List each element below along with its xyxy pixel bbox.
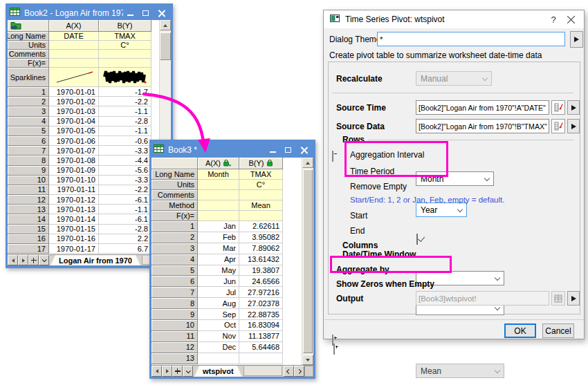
book3-longname-b[interactable]: TMAX [239,169,283,180]
cell-tmax[interactable]: 5.64468 [239,342,283,353]
cell-month[interactable] [198,353,239,364]
tab-first-icon[interactable] [8,255,18,265]
row-number[interactable]: 12 [8,195,49,205]
scroll-up-icon[interactable] [160,20,171,30]
source-time-input[interactable]: [Book2]"Logan Air from 1970"!A"DATE" [416,100,549,115]
sheet-tab-wtspivot[interactable]: wtspivot [194,366,242,377]
row-number[interactable]: 4 [8,117,49,126]
cell-date[interactable]: 1970-01-06 [49,136,99,146]
sheet-tab-logan[interactable]: Logan Air from 1970 [50,255,140,265]
help-icon[interactable]: ? [546,15,561,25]
cell-date[interactable]: 1970-01-15 [49,225,99,234]
cell-date[interactable]: 1970-01-11 [49,185,99,195]
cell-month[interactable]: Nov [198,331,239,342]
book3-fx-a[interactable] [198,211,239,221]
book3-row-fx-label[interactable]: F(x)= [151,211,198,221]
cell-date[interactable]: 1970-01-02 [49,97,99,106]
cell-tmax[interactable]: -6.1 [99,195,151,205]
minimize-icon[interactable] [127,15,134,16]
output-flyout-button[interactable] [567,291,580,306]
cell-tmax[interactable]: -2.2 [99,185,151,195]
row-number[interactable]: 7 [8,146,49,156]
cell-month[interactable]: Jan [198,221,239,232]
book3-row-units-label[interactable]: Units [151,180,198,190]
aggregate-by-select[interactable]: Mean [416,364,504,378]
row-number[interactable]: 3 [8,106,49,116]
book2-fx-b[interactable] [99,59,151,68]
cell-date[interactable]: 1970-01-16 [49,234,99,244]
book3-method-a[interactable] [198,200,239,211]
cell-date[interactable]: 1970-01-17 [49,244,99,254]
book2-fx-a[interactable] [49,59,99,68]
cell-tmax[interactable]: -4.4 [99,156,151,165]
cell-date[interactable]: 1970-01-04 [49,117,99,126]
cell-date[interactable]: 1970-01-09 [49,166,99,176]
cell-month[interactable]: Mar [198,243,239,254]
cancel-button[interactable]: Cancel [542,323,574,338]
cell-date[interactable]: 1970-01-10 [49,176,99,185]
book3-longname-a[interactable]: Month [198,169,239,180]
row-number[interactable]: 1 [8,87,49,97]
cell-month[interactable]: Feb [198,232,239,243]
book3-row-longname-label[interactable]: Long Name [151,169,198,180]
dialog-theme-input[interactable]: * [377,32,565,46]
cell-date[interactable]: 1970-01-12 [49,195,99,205]
book2-sparkline-date-cell[interactable] [49,68,99,87]
source-data-flyout-button[interactable] [567,119,580,133]
tab-next-icon[interactable] [162,366,172,377]
row-number[interactable]: 2 [8,97,49,106]
book3-units-a[interactable] [198,180,239,190]
output-browse-button[interactable] [551,291,565,306]
cell-tmax[interactable]: 11.13877 [239,331,283,342]
ok-button[interactable]: OK [504,323,536,338]
scroll-thumb[interactable] [303,169,313,353]
book2-sparkline-tmax-cell[interactable] [99,68,151,87]
row-number[interactable]: 6 [151,276,198,287]
close-icon[interactable] [567,15,575,24]
book3-row-comments-label[interactable]: Comments [151,190,198,200]
row-number[interactable]: 14 [8,214,49,224]
book2-comments-a[interactable] [49,50,99,59]
book2-row-fx-label[interactable]: F(x)= [8,59,49,68]
cell-tmax[interactable]: 6.7 [99,244,151,254]
row-number[interactable]: 13 [8,205,49,214]
book2-row-comments-label[interactable]: Comments [8,50,49,59]
book2-longname-b[interactable]: TMAX [99,32,151,41]
book3-fx-b[interactable] [239,211,283,221]
cell-tmax[interactable]: 27.97216 [239,287,283,298]
book2-row-units-label[interactable]: Units [8,41,49,50]
cell-month[interactable]: Sep [198,309,239,320]
cell-date[interactable]: 1970-01-14 [49,214,99,224]
maximize-icon[interactable] [143,10,149,16]
cell-tmax[interactable]: 16.83094 [239,320,283,331]
row-number[interactable]: 10 [151,320,198,331]
theme-flyout-button[interactable] [570,31,583,48]
row-number[interactable]: 16 [8,234,49,244]
cell-date[interactable]: 1970-01-01 [49,87,99,97]
book2-row-longname-label[interactable]: Long Name [8,32,49,41]
cell-tmax[interactable]: 3.95082 [239,232,283,243]
row-number[interactable]: 5 [151,265,198,276]
book3-vertical-scrollbar[interactable] [302,158,313,365]
tab-list-icon[interactable] [39,255,49,265]
book3-col-a-header[interactable]: A(X) [198,158,239,169]
time-period-select[interactable]: Year [416,203,467,217]
row-number[interactable]: 9 [8,166,49,176]
row-number[interactable]: 8 [8,156,49,165]
book2-corner-cell[interactable] [8,20,49,32]
row-number[interactable]: 2 [151,232,198,243]
row-number[interactable]: 13 [151,353,198,364]
cell-tmax[interactable]: 22.88735 [239,309,283,320]
cell-tmax[interactable]: 19.3807 [239,265,283,276]
book3-row-method-label[interactable]: Method [151,200,198,211]
tab-scroll-left-icon[interactable] [284,366,294,377]
row-number[interactable]: 10 [8,176,49,185]
row-number[interactable]: 9 [151,309,198,320]
scroll-thumb[interactable] [160,32,171,60]
row-number[interactable]: 5 [8,126,49,136]
cell-tmax[interactable]: 13.61432 [239,254,283,265]
cell-tmax[interactable]: -5.6 [99,166,151,176]
row-number[interactable]: 3 [151,243,198,254]
tab-list-icon[interactable] [183,366,193,377]
row-number[interactable]: 4 [151,254,198,265]
